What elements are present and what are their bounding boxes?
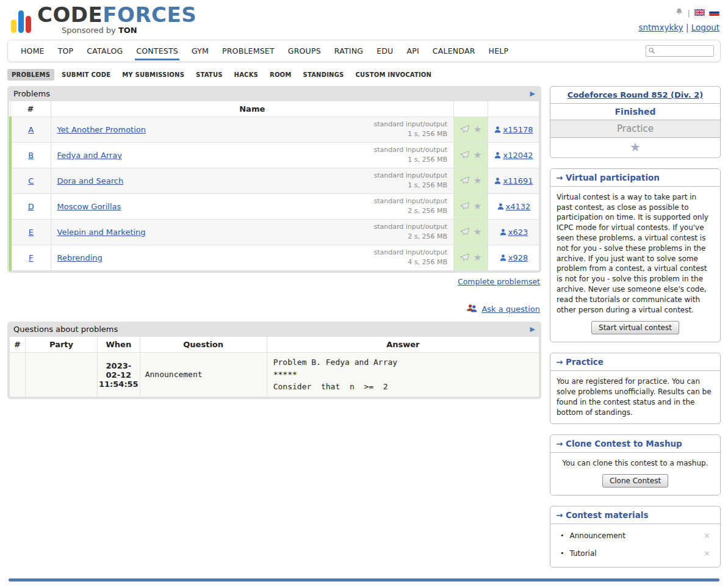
ru-flag-icon[interactable] — [709, 9, 719, 18]
virtual-participation-caption: → Virtual participation — [550, 169, 720, 187]
nav-item-contests[interactable]: CONTESTS — [129, 40, 185, 62]
search-input[interactable] — [646, 45, 714, 57]
practice-box: → Practice You are registered for practi… — [550, 353, 721, 423]
ask-question-icon — [466, 303, 478, 315]
solved-count-link[interactable]: x928 — [508, 253, 528, 262]
codeforces-logo[interactable]: CODEFORCES Sponsored by TON — [11, 6, 196, 35]
star-icon[interactable]: ★ — [474, 124, 481, 135]
uk-flag-icon[interactable] — [694, 9, 705, 18]
nav-item-rating[interactable]: RATING — [328, 40, 370, 62]
logo-subtitle: Sponsored by TON — [37, 26, 196, 35]
col-header-answer: Answer — [267, 336, 539, 352]
problem-index-link[interactable]: F — [29, 253, 33, 262]
subnav-item-standings[interactable]: STANDINGS — [298, 69, 348, 81]
solved-count-link[interactable]: x4132 — [506, 202, 531, 211]
practice-text: You are registered for practice. You can… — [550, 371, 720, 423]
problem-index-link[interactable]: E — [29, 228, 34, 237]
complete-problemset-link[interactable]: Complete problemset — [458, 277, 540, 286]
subnav-item-custom-invocation[interactable]: CUSTOM INVOCATION — [351, 69, 436, 81]
star-icon[interactable]: ★ — [474, 252, 481, 263]
nav-search — [646, 45, 714, 57]
practice-title-link[interactable]: → Practice — [556, 357, 604, 367]
contest-materials-caption: → Contest materials — [550, 506, 720, 524]
question-when: 2023-02-12 11:54:55 — [98, 352, 140, 397]
solved-count-link[interactable]: x11691 — [503, 176, 533, 185]
problem-index-link[interactable]: D — [28, 202, 34, 211]
logout-link[interactable]: Logout — [691, 23, 719, 32]
star-icon[interactable]: ★ — [474, 201, 481, 212]
solved-count-link[interactable]: x623 — [508, 228, 528, 237]
contest-title-link[interactable]: Codeforces Round 852 (Div. 2) — [568, 90, 703, 99]
star-icon[interactable]: ★ — [474, 149, 481, 160]
problem-name-link[interactable]: Dora and Search — [57, 176, 124, 185]
close-icon[interactable]: × — [704, 531, 710, 540]
ask-question-link[interactable]: Ask a question — [481, 304, 540, 314]
nav-item-help[interactable]: HELP — [482, 40, 516, 62]
clone-button-row: Clone Contest — [557, 474, 714, 488]
contest-materials-title-link[interactable]: → Contest materials — [556, 510, 648, 520]
paper-plane-icon[interactable] — [460, 229, 469, 238]
nav-item-api[interactable]: API — [400, 40, 425, 62]
problem-index-link[interactable]: A — [28, 125, 34, 134]
subnav-item-room[interactable]: ROOM — [265, 69, 295, 81]
person-icon — [494, 177, 502, 185]
star-icon[interactable]: ★ — [474, 175, 481, 186]
ton-brand-text: TON — [118, 26, 137, 35]
expand-arrow-icon[interactable]: ▶ — [530, 90, 535, 98]
problem-row: A Yet Another Promotion standard input/o… — [10, 117, 539, 142]
header-user-row: sntmxykky | Logout — [638, 23, 719, 32]
material-item-tutorial[interactable]: • Tutorial × — [558, 544, 713, 562]
problem-name-link[interactable]: Velepin and Marketing — [57, 228, 146, 237]
paper-plane-icon[interactable] — [460, 126, 469, 135]
problem-name-link[interactable]: Yet Another Promotion — [57, 125, 146, 134]
username-link[interactable]: sntmxykky — [638, 23, 683, 32]
questions-table: # Party When Question Answer 2023-02-12 … — [9, 336, 539, 397]
paper-plane-icon[interactable] — [460, 152, 469, 161]
sidebar: Codeforces Round 852 (Div. 2) Finished P… — [550, 86, 721, 568]
subnav-item-hacks[interactable]: HACKS — [230, 69, 262, 81]
nav-item-top[interactable]: TOP — [51, 40, 81, 62]
nav-item-gym[interactable]: GYM — [185, 40, 215, 62]
star-icon[interactable]: ★ — [474, 226, 481, 237]
subnav-item-status[interactable]: STATUS — [192, 69, 227, 81]
nav-item-home[interactable]: HOME — [14, 40, 51, 62]
questions-datatable: Questions about problems ▶ # Party When … — [7, 322, 541, 399]
notifications-bell-icon[interactable] — [675, 7, 683, 18]
material-label[interactable]: Announcement — [570, 531, 699, 540]
virtual-participation-title-link[interactable]: → Virtual participation — [556, 173, 660, 182]
close-icon[interactable]: × — [704, 549, 710, 558]
problem-index-link[interactable]: C — [28, 176, 34, 185]
problem-name-link[interactable]: Rebrending — [57, 253, 103, 262]
paper-plane-icon[interactable] — [460, 178, 469, 187]
solved-count-link[interactable]: x12042 — [503, 151, 533, 160]
virtual-participation-body: Virtual contest is a way to take part in… — [550, 187, 720, 342]
subnav-item-problems[interactable]: PROBLEMS — [7, 69, 54, 81]
material-label[interactable]: Tutorial — [570, 549, 699, 558]
col-header-fav — [454, 101, 488, 117]
contest-star-icon[interactable]: ★ — [550, 137, 720, 157]
nav-item-problemset[interactable]: PROBLEMSET — [215, 40, 281, 62]
logo-bar-red — [26, 16, 31, 33]
problems-header-row: # Name — [10, 101, 539, 117]
material-item-announcement[interactable]: • Announcement × — [558, 527, 713, 544]
problem-name-link[interactable]: Moscow Gorillas — [57, 202, 121, 211]
virtual-participation-text: Virtual contest is a way to take part in… — [557, 193, 708, 314]
expand-arrow-icon[interactable]: ▶ — [530, 325, 535, 333]
nav-item-catalog[interactable]: CATALOG — [80, 40, 129, 62]
start-virtual-contest-button[interactable]: Start virtual contest — [591, 321, 679, 334]
clone-contest-title-link[interactable]: → Clone Contest to Mashup — [556, 439, 682, 448]
question-type: Announcement — [140, 352, 267, 397]
nav-item-edu[interactable]: EDU — [370, 40, 400, 62]
problems-table: # Name A Yet Another Promotion standard … — [9, 101, 539, 271]
paper-plane-icon[interactable] — [460, 254, 469, 264]
clone-contest-button[interactable]: Clone Contest — [602, 474, 668, 488]
nav-item-groups[interactable]: GROUPS — [281, 40, 328, 62]
paper-plane-icon[interactable] — [460, 203, 469, 212]
solved-count-link[interactable]: x15178 — [503, 125, 533, 134]
nav-item-calendar[interactable]: CALENDAR — [426, 40, 482, 62]
problem-index-link[interactable]: B — [28, 151, 34, 160]
problem-name-link[interactable]: Fedya and Array — [57, 151, 122, 160]
subnav-item-my-submissions[interactable]: MY SUBMISSIONS — [118, 69, 189, 81]
subnav-item-submit-code[interactable]: SUBMIT CODE — [57, 69, 115, 81]
col-header-when: When — [98, 336, 140, 352]
